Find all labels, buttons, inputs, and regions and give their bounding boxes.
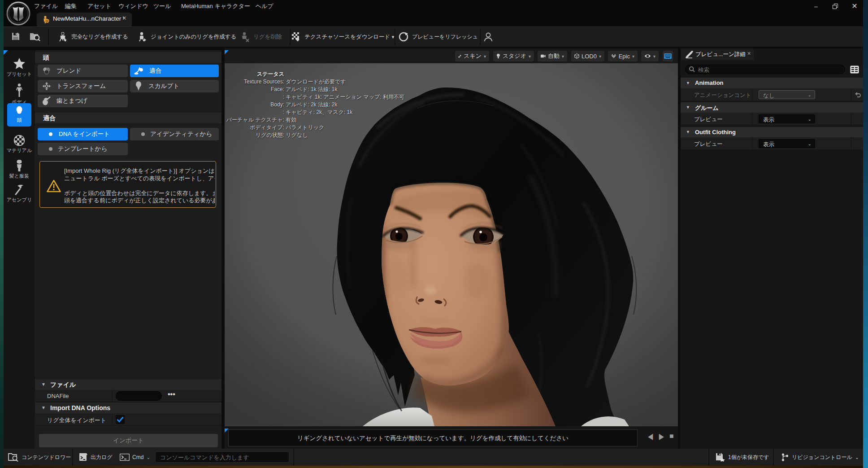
svg-text:R: R (46, 19, 48, 22)
